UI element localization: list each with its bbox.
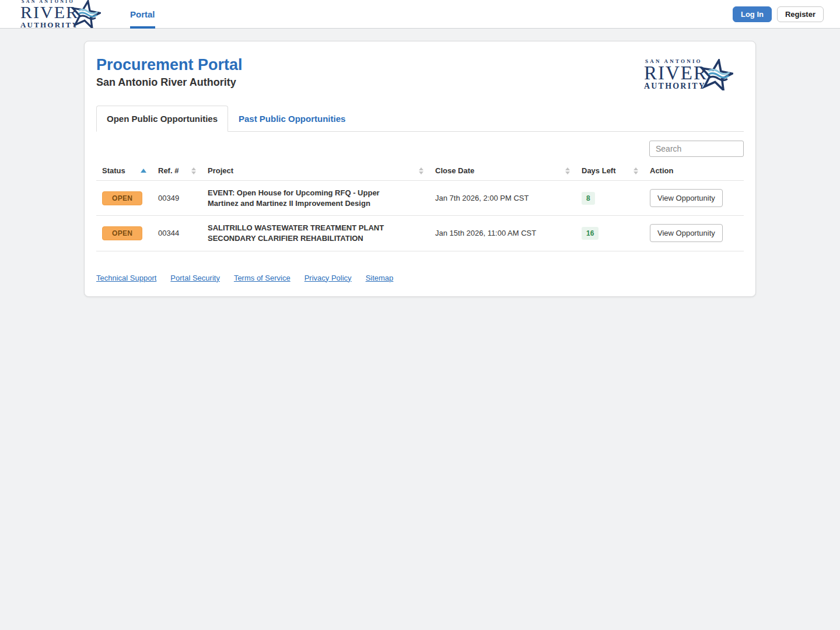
- ref-number: 00344: [152, 216, 202, 251]
- table-row: OPEN 00349 EVENT: Open House for Upcomin…: [96, 181, 744, 216]
- column-header-project[interactable]: Project: [202, 161, 429, 181]
- project-name: SALITRILLO WASTEWATER TREATMENT PLANT SE…: [202, 216, 429, 251]
- close-date: Jan 7th 2026, 2:00 PM CST: [429, 181, 576, 216]
- brand-main-label: RIVER: [20, 4, 79, 21]
- sort-ascending-icon: [141, 169, 146, 173]
- search-row: [96, 141, 744, 157]
- project-name: EVENT: Open House for Upcoming RFQ - Upp…: [202, 181, 429, 216]
- table-header-row: Status Ref. # Project Close Date Days Le…: [96, 161, 744, 181]
- register-button[interactable]: Register: [777, 6, 824, 22]
- brand-bottom-label: AUTHORITY: [20, 21, 79, 29]
- opportunity-tabs: Open Public Opportunities Past Public Op…: [96, 106, 744, 132]
- login-button[interactable]: Log In: [733, 6, 772, 22]
- days-left-badge: 16: [582, 227, 598, 240]
- terms-of-service-link[interactable]: Terms of Service: [234, 274, 290, 282]
- status-badge: OPEN: [102, 191, 142, 205]
- brand-text: SAN ANTONIO RIVER AUTHORITY: [20, 0, 79, 29]
- privacy-policy-link[interactable]: Privacy Policy: [304, 274, 352, 282]
- card-brand-logo: SAN ANTONIO RIVER AUTHORITY: [644, 59, 733, 90]
- nav-portal-link[interactable]: Portal: [130, 0, 155, 29]
- sitemap-link[interactable]: Sitemap: [366, 274, 394, 282]
- view-opportunity-button[interactable]: View Opportunity: [650, 224, 723, 242]
- card-header: Procurement Portal San Antonio River Aut…: [96, 57, 744, 90]
- page-subtitle: San Antonio River Authority: [96, 76, 243, 89]
- top-navbar: SAN ANTONIO RIVER AUTHORITY Portal Log I…: [0, 0, 840, 29]
- star-wave-icon: [699, 59, 733, 90]
- column-header-days-left[interactable]: Days Left: [576, 161, 644, 181]
- procurement-portal-card: Procurement Portal San Antonio River Aut…: [84, 41, 756, 297]
- table-row: OPEN 00344 SALITRILLO WASTEWATER TREATME…: [96, 216, 744, 251]
- status-badge: OPEN: [102, 226, 142, 240]
- tab-open-public-opportunities[interactable]: Open Public Opportunities: [96, 106, 228, 132]
- column-header-close-date[interactable]: Close Date: [429, 161, 576, 181]
- sort-icon: [419, 167, 424, 174]
- column-header-ref[interactable]: Ref. #: [152, 161, 202, 181]
- opportunities-table: Status Ref. # Project Close Date Days Le…: [96, 161, 744, 251]
- star-wave-icon: [71, 0, 101, 28]
- page-title: Procurement Portal: [96, 57, 243, 74]
- close-date: Jan 15th 2026, 11:00 AM CST: [429, 216, 576, 251]
- portal-security-link[interactable]: Portal Security: [170, 274, 220, 282]
- tab-past-public-opportunities[interactable]: Past Public Opportunities: [228, 106, 356, 132]
- column-header-status[interactable]: Status: [96, 161, 152, 181]
- navbar-brand-logo: SAN ANTONIO RIVER AUTHORITY: [20, 0, 101, 29]
- technical-support-link[interactable]: Technical Support: [96, 274, 156, 282]
- card-brand-text: SAN ANTONIO RIVER AUTHORITY: [644, 59, 708, 90]
- nav-buttons: Log In Register: [733, 6, 824, 22]
- sort-icon: [634, 167, 638, 174]
- sort-icon: [191, 167, 196, 174]
- card-brand-bottom-label: AUTHORITY: [644, 82, 706, 90]
- days-left-badge: 8: [582, 192, 595, 205]
- title-block: Procurement Portal San Antonio River Aut…: [96, 57, 243, 89]
- ref-number: 00349: [152, 181, 202, 216]
- search-input[interactable]: [649, 141, 744, 157]
- card-brand-main-label: RIVER: [644, 64, 708, 82]
- sort-icon: [565, 167, 570, 174]
- footer-links: Technical Support Portal Security Terms …: [96, 274, 744, 282]
- column-header-action: Action: [644, 161, 744, 181]
- view-opportunity-button[interactable]: View Opportunity: [650, 189, 723, 207]
